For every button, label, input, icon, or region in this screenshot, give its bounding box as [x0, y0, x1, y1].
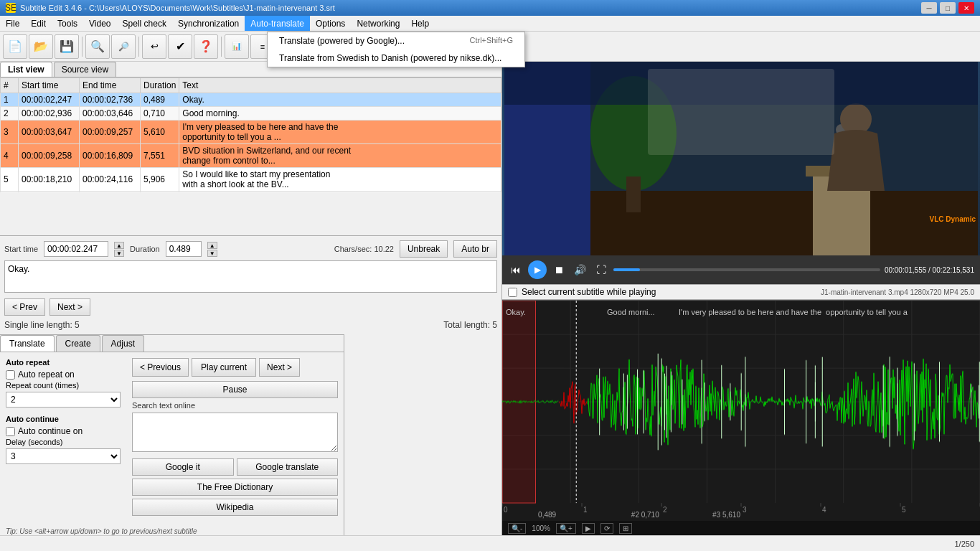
dur-up-button[interactable]: ▲: [207, 242, 217, 249]
google-translate-button[interactable]: Google translate: [237, 458, 339, 476]
help-button[interactable]: ❓: [194, 34, 218, 59]
table-row[interactable]: 4 00:00:09,258 00:00:16,809 7,551 BVD si…: [1, 144, 501, 168]
menu-bar: File Edit Tools Video Spell check Synchr…: [0, 16, 980, 32]
progress-bar[interactable]: [613, 268, 880, 271]
repeat-count-select[interactable]: 2 3 4: [6, 392, 121, 408]
translate-swedish-danish-item[interactable]: Translate from Swedish to Danish (powere…: [268, 50, 524, 67]
delay-select[interactable]: 3 1 2: [6, 448, 121, 464]
menu-file[interactable]: File: [0, 16, 25, 31]
table-row[interactable]: 2 00:00:02,936 00:00:03,646 0,710 Good m…: [1, 107, 501, 121]
vc-stop-button[interactable]: ⏹: [551, 263, 567, 277]
toolbar-separator-2: [138, 37, 139, 57]
find-replace-button[interactable]: 🔎: [111, 34, 136, 59]
prev-subtitle-button[interactable]: < Prev: [4, 298, 45, 316]
zoom-in-button[interactable]: 🔍+: [556, 523, 576, 534]
menu-spell-check[interactable]: Spell check: [117, 16, 172, 31]
minimize-button[interactable]: ─: [921, 2, 937, 14]
tab-source-view[interactable]: Source view: [54, 62, 116, 77]
cell-end: 00:00:03,646: [80, 107, 141, 121]
text-editor[interactable]: Okay.: [4, 260, 497, 293]
edit-panel: Start time ▲ ▼ Duration ▲ ▼ Chars/sec: 1…: [0, 235, 501, 334]
right-controls: < Previous Play current Next > Pause Sea…: [132, 358, 338, 519]
play-current-button[interactable]: Play current: [192, 358, 256, 377]
check-button[interactable]: ✔: [168, 34, 192, 59]
subtitle-table-scroll[interactable]: # Start time End time Duration Text 1 00…: [0, 77, 501, 192]
table-row[interactable]: 6 00:00:24,117 00:00:29,354 5,237 Switze…: [1, 192, 501, 193]
waveform-canvas[interactable]: [502, 301, 980, 521]
search-text-input[interactable]: [132, 413, 338, 452]
edit-row2: Okay.: [4, 260, 497, 293]
auto-continue-on-row: Auto continue on: [6, 426, 121, 436]
wf-loop-button[interactable]: ⟳: [600, 523, 613, 534]
close-button[interactable]: ✕: [958, 2, 974, 14]
wikipedia-button[interactable]: Wikipedia: [132, 499, 338, 516]
wf-play-button[interactable]: ▶: [582, 523, 595, 534]
start-time-label: Start time: [4, 245, 38, 253]
cell-num: 5: [1, 168, 19, 192]
vc-volume-button[interactable]: 🔊: [571, 263, 589, 277]
auto-continue-checkbox[interactable]: [6, 427, 15, 436]
menu-video[interactable]: Video: [83, 16, 116, 31]
cell-end: 00:00:09,257: [80, 121, 141, 144]
tab-adjust[interactable]: Adjust: [102, 335, 144, 352]
select-subtitle-label: Select current subtitle while playing: [522, 287, 656, 297]
unbreak-button[interactable]: Unbreak: [400, 240, 448, 258]
start-time-field[interactable]: [44, 241, 108, 257]
menu-auto-translate[interactable]: Auto-translate: [245, 16, 310, 31]
new-button[interactable]: 📄: [3, 34, 27, 59]
free-dictionary-button[interactable]: The Free Dictionary: [132, 479, 338, 496]
subtitle-tbody: 1 00:00:02,247 00:00:02,736 0,489 Okay. …: [1, 93, 501, 193]
menu-help[interactable]: Help: [405, 16, 435, 31]
auto-repeat-label: Auto repeat: [6, 358, 121, 367]
dur-down-button[interactable]: ▼: [207, 250, 217, 257]
translate-google-item[interactable]: Translate (powered by Google)... Ctrl+Sh…: [268, 32, 524, 50]
next-button[interactable]: Next >: [259, 358, 300, 377]
table-row[interactable]: 1 00:00:02,247 00:00:02,736 0,489 Okay.: [1, 93, 501, 107]
menu-options[interactable]: Options: [310, 16, 351, 31]
auto-repeat-checkbox[interactable]: [6, 370, 15, 380]
find-button[interactable]: 🔍: [85, 34, 110, 59]
nav-button-row: < Previous Play current Next >: [132, 358, 338, 377]
select-subtitle-checkbox[interactable]: [508, 288, 517, 297]
cell-start: 00:00:24,117: [19, 192, 80, 193]
time-down-button[interactable]: ▼: [114, 250, 124, 257]
title-bar: SE Subtitle Edit 3.4.6 - C:\Users\ALOYS\…: [0, 0, 980, 16]
cell-end: 00:00:29,354: [80, 192, 141, 193]
time-up-button[interactable]: ▲: [114, 242, 124, 249]
tab-create[interactable]: Create: [56, 335, 100, 352]
vc-fullscreen-button[interactable]: ⛶: [593, 263, 609, 277]
pause-button[interactable]: Pause: [132, 381, 338, 398]
waveform-button[interactable]: 📊: [225, 34, 249, 59]
google-it-button[interactable]: Google it: [132, 458, 234, 476]
next-subtitle-button[interactable]: Next >: [50, 298, 90, 316]
chars-sec-display: Chars/sec: 10.22: [334, 245, 394, 253]
left-controls: Auto repeat Auto repeat on Repeat count …: [6, 358, 121, 519]
menu-tools[interactable]: Tools: [52, 16, 83, 31]
vlc-logo-text: VLC Dynamic: [930, 215, 976, 223]
open-button[interactable]: 📂: [29, 34, 53, 59]
time-display: 00:00:01,555 / 00:22:15,531: [885, 266, 974, 274]
undo-button[interactable]: ↩: [142, 34, 166, 59]
maximize-button[interactable]: □: [940, 2, 956, 14]
tab-list-view[interactable]: List view: [0, 62, 52, 77]
cell-start: 00:00:03,647: [19, 121, 80, 144]
previous-button[interactable]: < Previous: [132, 358, 189, 377]
menu-synchronization[interactable]: Synchronization: [172, 16, 245, 31]
col-header-num: #: [1, 78, 19, 93]
save-button[interactable]: 💾: [55, 34, 79, 59]
cell-start: 00:00:02,936: [19, 107, 80, 121]
main-layout: List view Source view # Start time End t…: [0, 62, 980, 535]
auto-br-button[interactable]: Auto br: [453, 240, 497, 258]
table-row[interactable]: 5 00:00:18,210 00:00:24,116 5,906 So I w…: [1, 168, 501, 192]
zoom-out-button[interactable]: 🔍-: [508, 523, 526, 534]
vc-prev-button[interactable]: ⏮: [508, 263, 524, 277]
wf-snap-button[interactable]: ⊞: [619, 523, 632, 534]
tab-translate[interactable]: Translate: [0, 335, 55, 352]
subtitle-table: # Start time End time Duration Text 1 00…: [0, 77, 501, 192]
menu-networking[interactable]: Networking: [351, 16, 405, 31]
video-placeholder: VLC Dynamic: [502, 62, 980, 255]
table-row[interactable]: 3 00:00:03,647 00:00:09,257 5,610 I'm ve…: [1, 121, 501, 144]
duration-field[interactable]: [166, 241, 202, 257]
vc-play-button[interactable]: ▶: [528, 260, 547, 279]
menu-edit[interactable]: Edit: [25, 16, 52, 31]
